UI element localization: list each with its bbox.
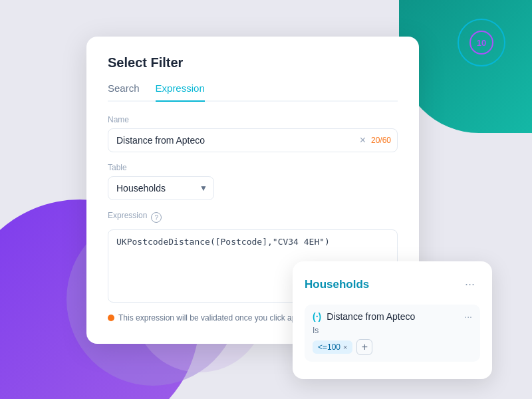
filter-tag-value: <=100	[318, 342, 340, 352]
name-field-row: Name × 20/60	[108, 115, 398, 152]
logo-circle: 10	[458, 19, 505, 66]
tag-close-button[interactable]: ×	[343, 343, 347, 351]
filter-item-name-text: Distance from Apteco	[327, 311, 415, 322]
name-input-actions: × 20/60	[360, 135, 391, 146]
table-label: Table	[108, 163, 398, 172]
logo-number: 10	[469, 31, 493, 55]
clear-button[interactable]: ×	[360, 135, 366, 146]
households-header: Households ···	[305, 275, 480, 294]
households-card-title: Households	[305, 278, 369, 291]
filter-card-title: Select Filter	[108, 55, 398, 70]
filter-item-name-row: (·) Distance from Apteco	[313, 311, 415, 322]
name-input[interactable]	[108, 128, 398, 152]
filter-tag: <=100 ×	[313, 340, 352, 354]
name-label: Name	[108, 115, 398, 124]
filter-expression-icon: (·)	[313, 311, 321, 322]
filter-item-more-button[interactable]: ···	[464, 311, 472, 322]
tab-search[interactable]: Search	[108, 82, 140, 102]
bg-teal-corner	[399, 0, 532, 133]
validation-text: This expression will be validated once y…	[118, 313, 307, 323]
tab-expression[interactable]: Expression	[156, 82, 205, 102]
table-select[interactable]: Households People Transactions	[108, 176, 214, 200]
filter-tabs: Search Expression	[108, 82, 398, 102]
filter-tags: <=100 × +	[313, 339, 472, 355]
name-input-wrapper: × 20/60	[108, 128, 398, 152]
expression-label-row: Expression ?	[108, 211, 398, 224]
table-field-row: Table Households People Transactions ▼	[108, 163, 398, 200]
warning-dot-icon	[108, 315, 114, 321]
households-more-button[interactable]: ···	[460, 275, 480, 294]
expression-label: Expression	[108, 211, 147, 220]
help-icon[interactable]: ?	[151, 212, 162, 223]
filter-item: (·) Distance from Apteco ··· Is <=100 × …	[305, 305, 480, 362]
filter-item-header: (·) Distance from Apteco ···	[313, 311, 472, 322]
add-tag-button[interactable]: +	[356, 339, 372, 355]
char-count: 20/60	[371, 136, 391, 145]
filter-condition-label: Is	[313, 326, 472, 335]
table-select-wrapper: Households People Transactions ▼	[108, 176, 214, 200]
households-card: Households ··· (·) Distance from Apteco …	[293, 261, 492, 379]
